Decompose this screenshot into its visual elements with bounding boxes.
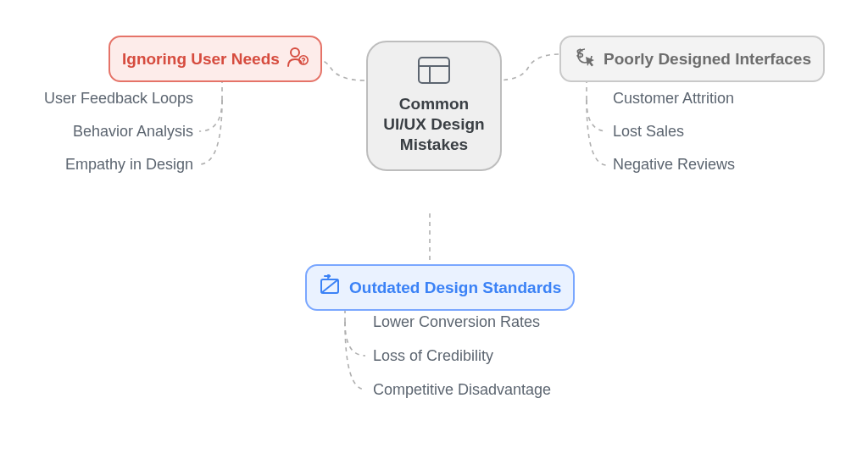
- sub-item-competitive-disadvantage: Competitive Disadvantage: [373, 381, 551, 399]
- svg-point-3: [291, 48, 299, 57]
- svg-point-5: [303, 63, 304, 64]
- svg-line-8: [321, 279, 338, 293]
- sub-item-negative-reviews: Negative Reviews: [613, 156, 735, 174]
- sub-item-behavior-analysis: Behavior Analysis: [73, 123, 193, 141]
- sub-item-user-feedback-loops: User Feedback Loops: [44, 90, 193, 108]
- node-poorly-designed-interfaces: $ Poorly Designed Interfaces: [559, 36, 825, 82]
- refresh-design-icon: [319, 274, 342, 301]
- user-question-icon: [287, 46, 309, 72]
- sub-item-lower-conversion: Lower Conversion Rates: [373, 313, 540, 331]
- mindmap-canvas: Common UI/UX Design Mistakes Ignoring Us…: [0, 0, 868, 470]
- sub-item-loss-credibility: Loss of Credibility: [373, 347, 493, 365]
- node-right-label: Poorly Designed Interfaces: [604, 50, 811, 69]
- node-ignoring-user-needs: Ignoring User Needs: [108, 36, 322, 82]
- node-bottom-label: Outdated Design Standards: [349, 279, 561, 297]
- sub-item-customer-attrition: Customer Attrition: [613, 90, 734, 108]
- svg-text:$: $: [576, 46, 584, 60]
- sub-item-empathy-in-design: Empathy in Design: [65, 156, 193, 174]
- sub-item-lost-sales: Lost Sales: [613, 123, 684, 141]
- layout-icon: [417, 56, 451, 89]
- svg-rect-0: [419, 58, 449, 83]
- node-outdated-design-standards: Outdated Design Standards: [305, 264, 575, 311]
- dollar-cursor-icon: $: [573, 46, 597, 72]
- node-left-label: Ignoring User Needs: [122, 50, 280, 69]
- center-node: Common UI/UX Design Mistakes: [366, 41, 502, 171]
- center-title: Common UI/UX Design Mistakes: [383, 94, 485, 154]
